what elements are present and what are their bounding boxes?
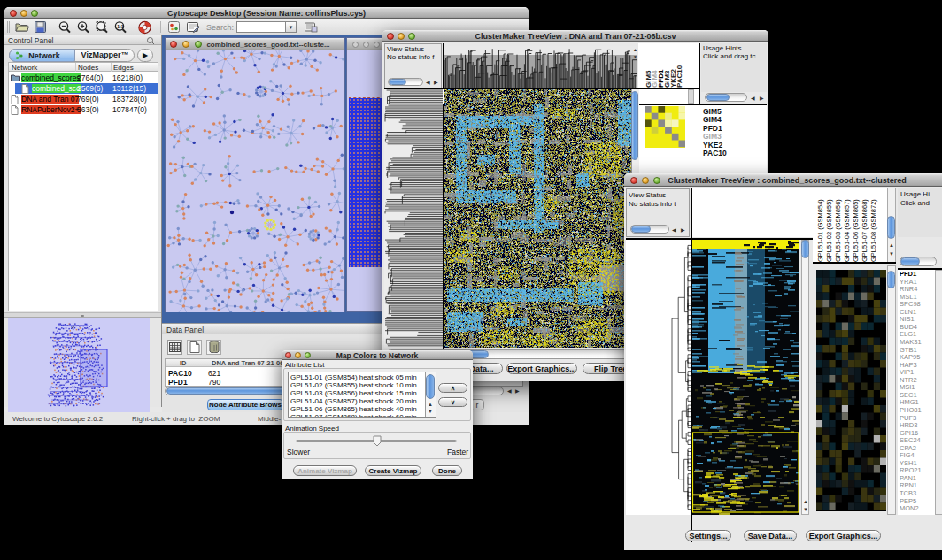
svg-text:GPL51-06 (GSM865): GPL51-06 (GSM865) xyxy=(852,199,860,262)
svg-text:GPL51-04 (GSM857): GPL51-04 (GSM857) xyxy=(843,199,851,262)
svg-text:GPL51-02 (GSM855): GPL51-02 (GSM855) xyxy=(825,199,833,262)
svg-text:GPL51-07 (GSM868): GPL51-07 (GSM868) xyxy=(861,199,869,262)
svg-text:PAC10: PAC10 xyxy=(676,65,683,88)
svg-text:GPL51-03 (GSM856): GPL51-03 (GSM856) xyxy=(834,199,842,262)
svg-text:GPL51-01 (GSM854): GPL51-01 (GSM854) xyxy=(816,199,824,262)
svg-text:1:1: 1:1 xyxy=(117,24,123,29)
svg-text:GPL51-08 (GSM872): GPL51-08 (GSM872) xyxy=(869,199,877,262)
